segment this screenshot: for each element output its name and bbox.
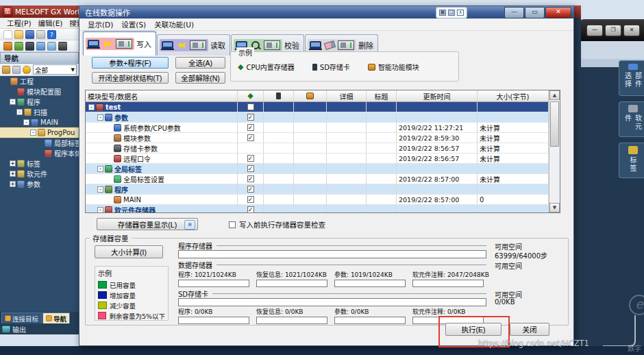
tree-expander-icon[interactable]: - <box>16 109 23 115</box>
tree-expander-icon[interactable]: - <box>23 119 29 125</box>
output-panel-header[interactable]: 输出 <box>0 323 79 334</box>
dialog-menu-item[interactable]: 关联功能(U) <box>151 19 197 29</box>
sidebar-item-程序本体[interactable]: -程序本体 <box>0 148 79 158</box>
table-row[interactable]: -软元件存储器✓ <box>86 205 550 213</box>
sidebar-item-工程[interactable]: -工程 <box>0 76 79 86</box>
tree-expander-icon[interactable]: + <box>10 160 16 167</box>
table-row[interactable]: -参数✓ <box>86 112 550 123</box>
double-chevron-down-icon[interactable]: ≋ <box>184 220 195 230</box>
capacity-check-checkbox[interactable] <box>229 221 236 228</box>
dialog-titlebar[interactable]: 在线数据操作 ▦ ❏ ∧ — ▭ ✕ <box>79 6 573 19</box>
dialog-minimize-button[interactable]: — <box>504 7 524 19</box>
tree-expander-icon[interactable]: + <box>10 171 16 177</box>
select-all-button[interactable]: 全选(A) <box>175 57 225 69</box>
row-checkbox[interactable]: ✓ <box>247 114 254 121</box>
row-checkbox[interactable]: ✓ <box>247 206 254 213</box>
dialog-menu-item[interactable]: 设置(S) <box>119 19 149 29</box>
panel-tab-连接目标[interactable]: 连接目标 <box>1 313 42 323</box>
tree-expander-icon[interactable]: + <box>10 181 16 187</box>
window2-icon[interactable] <box>47 42 56 51</box>
table-row[interactable]: -test <box>86 102 550 112</box>
float-window-icon[interactable]: ❏ <box>448 10 455 16</box>
dialog-maximize-button[interactable]: ▭ <box>525 7 545 19</box>
output-icon <box>2 326 10 332</box>
dock-tab-标签[interactable]: 标签 <box>619 143 644 178</box>
table-row[interactable]: -远程口令✓2019/2/22 8:56:57未计算 <box>86 154 550 164</box>
project-tree-icon[interactable] <box>3 42 12 51</box>
row-name-label: test <box>106 103 121 111</box>
row-expander-icon[interactable]: - <box>97 186 103 193</box>
panel-tab-导航[interactable]: 导航 <box>42 313 70 323</box>
scrollbar-thumb[interactable] <box>550 101 559 147</box>
row-checkbox[interactable]: ✓ <box>247 134 254 141</box>
row-checkbox[interactable]: ✓ <box>247 124 254 131</box>
sidebar-item-程序[interactable]: -程序 <box>0 97 79 107</box>
scroll-down-icon[interactable]: ▼ <box>549 203 560 212</box>
sidebar-item-MAIN[interactable]: -MAIN <box>0 117 79 127</box>
toggle-tree-button[interactable]: 开闭全部树状结构(T) <box>92 72 169 84</box>
minimize-icon[interactable]: — <box>586 25 603 36</box>
table-row[interactable]: -程序✓ <box>86 184 550 195</box>
sidebar-item-局部标签[interactable]: -局部标签 <box>0 138 79 148</box>
tree-item-icon <box>38 129 45 136</box>
row-expander-icon[interactable]: - <box>97 114 103 121</box>
save-icon[interactable] <box>25 30 34 39</box>
tree-expander-icon[interactable]: - <box>30 130 36 136</box>
window-icon[interactable] <box>36 42 45 51</box>
dock-tab-icon <box>628 64 638 70</box>
tree-expand-icon[interactable] <box>12 66 21 74</box>
table-row[interactable]: -存储卡参数2019/2/22 8:56:57未计算 <box>86 143 550 154</box>
mode-tab-读取[interactable]: 读取 <box>157 34 230 56</box>
nav-filter-dropdown[interactable]: 全部 ▼ <box>33 64 77 75</box>
new-file-icon[interactable] <box>3 30 12 39</box>
dock-tab-软元件[interactable]: 软元件 <box>619 101 644 137</box>
table-row[interactable]: -模块参数✓2019/2/22 8:59:30未计算 <box>86 133 550 143</box>
row-expander-icon[interactable]: - <box>97 207 103 213</box>
row-expander-icon[interactable]: - <box>88 104 95 110</box>
menu-item[interactable]: 编辑(E) <box>36 18 66 28</box>
sidebar-item-标签[interactable]: +标签 <box>0 158 79 169</box>
row-checkbox[interactable]: ✓ <box>247 175 254 182</box>
tree-expander-icon[interactable]: - <box>10 99 16 105</box>
row-expander-icon[interactable]: - <box>97 166 103 172</box>
save-as-icon[interactable] <box>14 42 23 51</box>
menu-item[interactable]: 工程(P) <box>4 18 34 28</box>
open-folder-icon[interactable] <box>14 30 23 39</box>
sidebar-item-扫描[interactable]: -扫描 <box>0 107 79 117</box>
scroll-up-icon[interactable]: ▲ <box>549 90 560 100</box>
sidebar-item-参数[interactable]: +参数 <box>0 179 79 189</box>
dock-tab-部件选择[interactable]: 部件选择 <box>619 60 644 96</box>
sidebar-item-ProgPou[interactable]: -ProgPou <box>0 127 79 138</box>
table-row[interactable]: -系统参数/CPU参数✓2019/2/22 11:27:21未计算 <box>86 123 550 133</box>
row-sd-cell <box>264 102 294 112</box>
memory-capacity-display-button[interactable]: 存储器容量显示(L) ≋ <box>97 218 198 230</box>
row-checkbox[interactable]: ✓ <box>247 165 254 172</box>
close-button[interactable]: 关闭 <box>510 323 549 336</box>
deselect-all-button[interactable]: 全部解除(N) <box>175 72 225 84</box>
dialog-close-button[interactable]: ✕ <box>545 7 571 19</box>
collapse-icon[interactable]: ∧ <box>457 10 464 16</box>
row-checkbox[interactable] <box>247 103 254 110</box>
module-icon[interactable] <box>25 42 34 51</box>
mode-tab-写入[interactable]: 写入 <box>83 32 156 56</box>
restore-icon[interactable]: ❐ <box>605 25 621 36</box>
size-calc-button[interactable]: 大小计算(I) <box>95 245 163 258</box>
param-program-button[interactable]: 参数+程序(F) <box>92 57 169 69</box>
row-checkbox[interactable]: ✓ <box>247 186 254 193</box>
table-scrollbar[interactable]: ▲ ▼ <box>549 90 560 212</box>
table-row[interactable]: -MAIN✓2019/2/22 8:57:000 <box>86 195 550 205</box>
tree-collapse-icon[interactable] <box>2 66 10 74</box>
find-binoculars-icon[interactable] <box>58 42 67 51</box>
close-icon[interactable]: ✕ <box>623 25 640 36</box>
row-checkbox[interactable]: ✓ <box>247 196 254 203</box>
table-row[interactable]: -全局标签✓ <box>86 164 550 174</box>
dialog-menu-item[interactable]: 显示(D) <box>85 19 116 29</box>
sidebar-item-软元件[interactable]: +软元件 <box>0 169 79 179</box>
row-checkbox[interactable]: ✓ <box>247 155 254 162</box>
print-icon[interactable] <box>36 30 45 39</box>
table-row[interactable]: -全局标签设置✓2019/2/22 8:57:00未计算 <box>86 174 550 184</box>
gear-icon[interactable] <box>23 66 31 74</box>
help-icon[interactable]: ? <box>47 30 56 39</box>
sidebar-item-模块配置图[interactable]: -模块配置图 <box>0 86 79 97</box>
layout-grid-icon[interactable]: ▦ <box>439 10 446 16</box>
